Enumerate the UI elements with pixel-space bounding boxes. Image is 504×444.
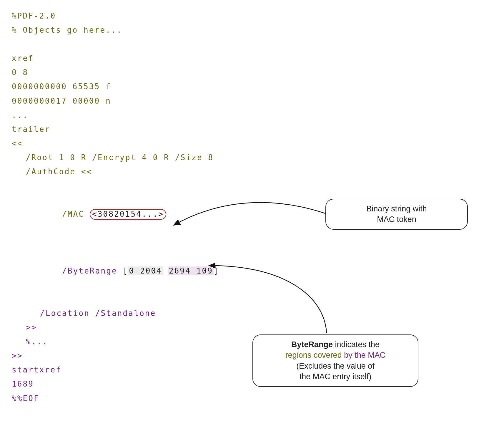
code-line: %%EOF bbox=[12, 394, 39, 403]
callout-mac-l1: Binary string with bbox=[335, 203, 458, 214]
byterange-key: /ByteRange bbox=[62, 266, 123, 275]
code-line: xref bbox=[12, 54, 34, 63]
callout-mac-l2: MAC token bbox=[335, 214, 458, 225]
code-line: % Objects go here... bbox=[12, 26, 122, 34]
code-line: startxref bbox=[12, 365, 61, 374]
mac-value-highlight: <30820154...> bbox=[90, 209, 166, 219]
code-line: ... bbox=[12, 111, 28, 120]
code-line: /Location /Standalone bbox=[40, 309, 156, 318]
callout-byterange: ByteRange indicates the regions covered … bbox=[252, 334, 418, 387]
code-line: %... bbox=[26, 337, 48, 346]
code-line: 0 8 bbox=[12, 68, 28, 77]
mac-key: /MAC bbox=[62, 210, 90, 218]
br-l2a: regions covered bbox=[285, 351, 342, 359]
br-l3: (Excludes the value of bbox=[262, 361, 409, 371]
callout-mac: Binary string with MAC token bbox=[325, 199, 468, 230]
code-line: %PDF-2.0 bbox=[12, 11, 56, 20]
code-line: /Root 1 0 R /Encrypt 4 0 R /Size 8 bbox=[26, 153, 214, 162]
code-line: >> bbox=[12, 351, 23, 360]
br-l4: the MAC entry itself) bbox=[262, 371, 409, 382]
diagram-root: %PDF-2.0 % Objects go here... xref 0 8 0… bbox=[12, 9, 495, 405]
code-line: >> bbox=[26, 323, 37, 332]
bracket-open: [ bbox=[123, 266, 129, 275]
mac-value: <30820154...> bbox=[92, 210, 164, 218]
code-line: 0000000017 00000 n bbox=[12, 97, 111, 105]
code-line: 1689 bbox=[12, 380, 34, 388]
byterange-1: 0 2004 bbox=[128, 266, 163, 275]
code-line: 0000000000 65535 f bbox=[12, 82, 111, 91]
br-w1: ByteRange bbox=[291, 340, 333, 349]
byterange-2: 2694 109 bbox=[168, 266, 214, 275]
br-w2: indicates the bbox=[333, 340, 380, 349]
bracket-close: ] bbox=[214, 266, 219, 275]
code-line: trailer bbox=[12, 125, 50, 134]
code-line: /AuthCode << bbox=[26, 167, 92, 176]
br-l2b: by the MAC bbox=[342, 351, 386, 359]
byterange-line: /ByteRange [0 2004 2694 109] bbox=[12, 250, 495, 292]
code-line: << bbox=[12, 139, 23, 148]
